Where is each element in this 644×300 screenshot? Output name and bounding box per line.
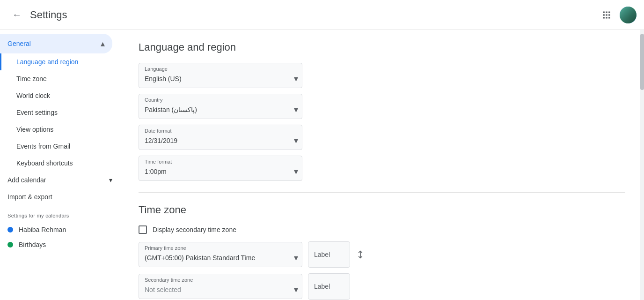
calendar-color-birthdays	[7, 242, 13, 248]
date-format-dropdown-arrow: ▾	[294, 135, 298, 146]
sidebar-item-language-region[interactable]: Language and region	[0, 53, 120, 70]
secondary-tz-checkbox[interactable]	[139, 225, 147, 234]
secondary-tz-checkbox-row: Display secondary time zone	[139, 225, 625, 234]
sidebar-calendar-birthdays[interactable]: Birthdays	[0, 237, 120, 252]
secondary-tz-label-input[interactable]: Label	[308, 273, 350, 300]
svg-rect-6	[603, 17, 605, 18]
sidebar-item-view-options[interactable]: View options	[0, 121, 120, 138]
date-format-value: 12/31/2019	[145, 137, 177, 144]
secondary-label-placeholder: Label	[314, 283, 330, 290]
time-format-select[interactable]: Time format 1:00pm ▾	[139, 156, 302, 181]
sidebar-item-world-clock[interactable]: World clock	[0, 87, 120, 104]
time-format-dropdown-arrow: ▾	[294, 166, 298, 177]
secondary-tz-label: Display secondary time zone	[153, 226, 236, 233]
primary-tz-select[interactable]: Primary time zone (GMT+05:00) Pakistan S…	[139, 242, 302, 267]
sidebar-general-section[interactable]: General ▴	[0, 34, 112, 53]
svg-rect-3	[603, 14, 605, 15]
timezone-title: Time zone	[139, 204, 625, 216]
svg-rect-4	[606, 14, 607, 15]
secondary-tz-row: Secondary time zone Not selected ▾ Label	[139, 273, 625, 300]
primary-label-placeholder: Label	[314, 251, 330, 258]
sidebar-item-keyboard-shortcuts[interactable]: Keyboard shortcuts	[0, 155, 120, 172]
country-dropdown-arrow: ▾	[294, 105, 298, 115]
secondary-tz-dropdown-label: Secondary time zone	[139, 274, 302, 284]
swap-icon[interactable]	[356, 250, 365, 259]
primary-tz-value: (GMT+05:00) Pakistan Standard Time	[145, 254, 255, 262]
language-value: English (US)	[145, 75, 182, 82]
page-title: Settings	[30, 9, 67, 21]
sidebar-item-event-settings[interactable]: Event settings	[0, 104, 120, 121]
primary-tz-row: Primary time zone (GMT+05:00) Pakistan S…	[139, 241, 625, 268]
svg-rect-7	[606, 17, 607, 18]
svg-rect-8	[608, 17, 610, 18]
my-calendars-section-title: Settings for my calendars	[0, 205, 120, 222]
language-region-section: Language and region Language English (US…	[139, 41, 625, 181]
language-region-title: Language and region	[139, 41, 625, 53]
time-format-label: Time format	[139, 156, 302, 165]
sidebar-item-events-from-gmail[interactable]: Events from Gmail	[0, 138, 120, 155]
main-layout: General ▴ Language and region Time zone …	[0, 30, 644, 300]
svg-rect-1	[606, 11, 607, 13]
secondary-tz-dropdown-arrow: ▾	[294, 285, 298, 295]
date-format-value-row: 12/31/2019 ▾	[139, 135, 302, 150]
svg-rect-2	[608, 11, 610, 13]
date-format-label: Date format	[139, 125, 302, 135]
language-dropdown-arrow: ▾	[294, 74, 298, 84]
svg-rect-5	[608, 14, 610, 15]
language-label: Language	[139, 63, 302, 73]
sidebar-general-label: General	[7, 40, 31, 47]
scrollbar-thumb[interactable]	[640, 34, 644, 90]
country-select[interactable]: Country Pakistan (پاکستان) ▾	[139, 94, 302, 119]
secondary-tz-value-row: Not selected ▾	[139, 284, 302, 299]
avatar-image	[620, 7, 637, 23]
scrollbar-track[interactable]	[640, 30, 644, 300]
sidebar: General ▴ Language and region Time zone …	[0, 30, 120, 300]
topbar: ← Settings	[0, 0, 644, 30]
timezone-section: Time zone Display secondary time zone Pr…	[139, 204, 625, 300]
language-select[interactable]: Language English (US) ▾	[139, 63, 302, 88]
time-format-value: 1:00pm	[145, 168, 167, 175]
calendar-color-habiba	[7, 227, 13, 232]
section-divider	[139, 192, 625, 193]
date-format-select[interactable]: Date format 12/31/2019 ▾	[139, 125, 302, 150]
country-value: Pakistan (پاکستان)	[145, 106, 197, 113]
secondary-tz-value: Not selected	[145, 286, 181, 293]
topbar-actions	[597, 6, 637, 24]
secondary-tz-select[interactable]: Secondary time zone Not selected ▾	[139, 274, 302, 299]
back-button[interactable]: ←	[7, 6, 26, 24]
primary-tz-value-row: (GMT+05:00) Pakistan Standard Time ▾	[139, 252, 302, 267]
sidebar-add-calendar[interactable]: Add calendar ▾	[0, 172, 120, 188]
main-content: Language and region Language English (US…	[120, 30, 644, 300]
primary-tz-dropdown-arrow: ▾	[294, 253, 298, 263]
country-value-row: Pakistan (پاکستان) ▾	[139, 104, 302, 119]
sidebar-calendar-habiba[interactable]: Habiba Rehman	[0, 222, 120, 237]
sidebar-import-export[interactable]: Import & export	[0, 188, 120, 205]
time-format-value-row: 1:00pm ▾	[139, 165, 302, 180]
avatar[interactable]	[620, 7, 637, 23]
chevron-up-icon: ▴	[101, 38, 105, 49]
back-icon: ←	[12, 9, 22, 20]
sidebar-item-time-zone[interactable]: Time zone	[0, 70, 120, 87]
chevron-down-icon: ▾	[109, 176, 112, 184]
language-value-row: English (US) ▾	[139, 73, 302, 88]
grid-icon	[602, 10, 611, 20]
apps-button[interactable]	[597, 6, 616, 24]
primary-tz-label-input[interactable]: Label	[308, 241, 350, 268]
svg-rect-0	[603, 11, 605, 13]
primary-tz-label: Primary time zone	[139, 242, 302, 252]
country-label: Country	[139, 94, 302, 104]
